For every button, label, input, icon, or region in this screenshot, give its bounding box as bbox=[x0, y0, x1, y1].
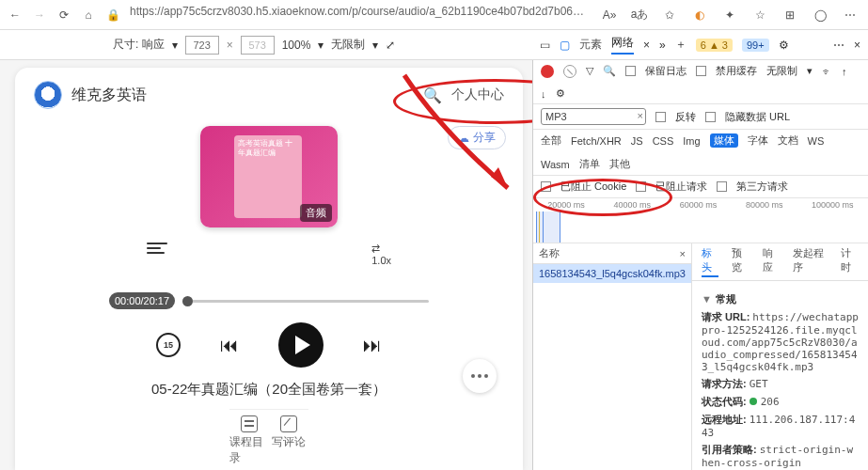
more-icon[interactable]: ⋯ bbox=[840, 5, 860, 25]
record-icon[interactable] bbox=[541, 65, 554, 78]
invert-checkbox[interactable] bbox=[655, 112, 666, 122]
rewind-15-button[interactable]: 15 bbox=[156, 333, 181, 357]
dtab-preview[interactable]: 预览 bbox=[732, 246, 750, 277]
translate-icon[interactable]: aあ bbox=[629, 5, 650, 25]
brand-name: 维克多英语 bbox=[71, 86, 147, 105]
tab-elements[interactable]: 元素 bbox=[579, 37, 602, 53]
reload-icon[interactable]: ⟳ bbox=[56, 8, 71, 23]
floating-more-button[interactable] bbox=[463, 359, 497, 393]
tab-close-icon[interactable]: × bbox=[643, 39, 650, 52]
size-label: 尺寸: 响应 bbox=[113, 37, 165, 53]
search-icon[interactable]: 🔍 bbox=[423, 86, 442, 104]
type-other[interactable]: 其他 bbox=[609, 157, 630, 171]
type-font[interactable]: 字体 bbox=[748, 133, 768, 148]
cover-title: 高考英语真题 十年真题汇编 bbox=[238, 139, 298, 158]
close-pane-icon[interactable]: × bbox=[680, 248, 686, 259]
type-manifest[interactable]: 清单 bbox=[579, 157, 600, 171]
preserve-log-checkbox[interactable] bbox=[625, 66, 636, 76]
dtab-headers[interactable]: 标头 bbox=[702, 246, 719, 277]
edit-icon bbox=[280, 415, 297, 432]
extensions-icon[interactable]: ✦ bbox=[719, 5, 740, 25]
dtab-response[interactable]: 响应 bbox=[763, 246, 781, 277]
url-bar[interactable]: https://app75c5crzv8030.h5.xiaoeknow.com… bbox=[130, 5, 590, 25]
course-cover[interactable]: 高考英语真题 十年真题汇编 音频 bbox=[200, 126, 338, 227]
blocked-req-checkbox[interactable] bbox=[636, 181, 646, 192]
type-fetch[interactable]: Fetch/XHR bbox=[571, 135, 622, 147]
shield-icon[interactable]: ◐ bbox=[689, 5, 710, 25]
lock-icon: 🔒 bbox=[105, 8, 120, 23]
favorites-bar-icon[interactable]: ☆ bbox=[750, 5, 770, 25]
dtab-timing[interactable]: 计时 bbox=[841, 246, 859, 277]
home-icon[interactable]: ⌂ bbox=[81, 8, 96, 23]
audio-badge: 音频 bbox=[300, 204, 332, 222]
progress-thumb[interactable] bbox=[182, 296, 193, 306]
zoom-label[interactable]: 100% bbox=[282, 39, 311, 52]
favorite-icon[interactable]: ✩ bbox=[659, 5, 680, 25]
dim-x: × bbox=[227, 39, 233, 52]
close-devtools-icon[interactable]: × bbox=[854, 39, 860, 52]
info-pill[interactable]: 99+ bbox=[742, 39, 769, 52]
request-row[interactable]: 1658134543_l5q4gcsk04fk.mp3 bbox=[533, 264, 691, 283]
throttle-select[interactable]: 无限制 bbox=[766, 64, 797, 78]
comment-tab[interactable]: 写评论 bbox=[269, 410, 308, 470]
catalog-tab[interactable]: 课程目录 bbox=[229, 410, 269, 470]
third-party-checkbox[interactable] bbox=[717, 181, 727, 192]
inspect-icon[interactable]: ▭ bbox=[540, 39, 550, 52]
profile-icon[interactable]: ◯ bbox=[810, 5, 830, 25]
add-tab-icon[interactable]: ＋ bbox=[675, 37, 687, 53]
filter-input[interactable] bbox=[541, 108, 646, 125]
device-icon[interactable]: ▢ bbox=[560, 39, 570, 52]
name-column-header[interactable]: 名称 bbox=[539, 246, 560, 260]
wifi-icon[interactable]: ᯤ bbox=[822, 66, 832, 77]
upload-icon[interactable]: ↑ bbox=[842, 66, 847, 77]
type-filter-row: 全部 Fetch/XHR JS CSS Img 媒体 字体 文档 WS Wasm… bbox=[533, 130, 868, 176]
collections-icon[interactable]: ⊞ bbox=[780, 5, 800, 25]
more-tabs-icon[interactable]: » bbox=[659, 39, 666, 52]
progress-track[interactable] bbox=[182, 300, 429, 303]
width-input[interactable] bbox=[185, 36, 219, 55]
type-wasm[interactable]: Wasm bbox=[541, 159, 570, 170]
track-title: 05-22年真题汇编（20全国卷第一套） bbox=[151, 381, 387, 399]
forward-icon: → bbox=[32, 8, 47, 23]
gear-icon[interactable]: ⚙ bbox=[779, 39, 789, 52]
timeline[interactable]: 20000 ms40000 ms60000 ms80000 ms100000 m… bbox=[533, 198, 868, 243]
share-button[interactable]: ☁ 分享 bbox=[448, 126, 506, 149]
next-button[interactable]: ⏭ bbox=[363, 335, 382, 356]
dtab-initiator[interactable]: 发起程序 bbox=[793, 246, 828, 277]
profile-link[interactable]: 个人中心 bbox=[451, 86, 504, 103]
playlist-icon[interactable] bbox=[147, 243, 167, 266]
type-img[interactable]: Img bbox=[683, 135, 700, 147]
disable-cache-checkbox[interactable] bbox=[696, 66, 706, 76]
list-icon bbox=[241, 415, 258, 432]
type-css[interactable]: CSS bbox=[653, 135, 674, 147]
time-display: 00:00/20:17 bbox=[109, 292, 175, 309]
clear-icon[interactable] bbox=[563, 65, 576, 78]
prev-button[interactable]: ⏮ bbox=[220, 335, 239, 356]
filter-toggle-icon[interactable]: ▽ bbox=[586, 65, 593, 77]
hide-data-checkbox[interactable] bbox=[705, 112, 716, 122]
gear-icon[interactable]: ⚙ bbox=[556, 87, 565, 100]
overflow-icon[interactable]: ⋯ bbox=[833, 39, 844, 52]
rotate-icon[interactable]: ⤢ bbox=[386, 39, 395, 52]
speed-button[interactable]: ⇄1.0x bbox=[371, 243, 391, 266]
height-input[interactable] bbox=[241, 36, 275, 55]
tab-network[interactable]: 网络 bbox=[611, 35, 634, 55]
type-ws[interactable]: WS bbox=[808, 135, 825, 147]
chevron-down-icon[interactable]: ▾ bbox=[172, 39, 178, 52]
play-button[interactable] bbox=[278, 322, 324, 368]
clear-filter-icon[interactable]: × bbox=[638, 110, 643, 121]
cloud-icon: ☁ bbox=[458, 132, 469, 145]
back-icon[interactable]: ← bbox=[8, 8, 23, 23]
brand-logo bbox=[34, 81, 62, 109]
type-all[interactable]: 全部 bbox=[541, 133, 561, 148]
type-doc[interactable]: 文档 bbox=[778, 133, 798, 148]
status-dot bbox=[750, 398, 757, 405]
download-icon[interactable]: ↓ bbox=[541, 88, 546, 100]
search-icon[interactable]: 🔍 bbox=[603, 65, 616, 77]
type-js[interactable]: JS bbox=[631, 135, 643, 147]
blocked-cookie-checkbox[interactable] bbox=[541, 181, 551, 192]
type-media[interactable]: 媒体 bbox=[710, 133, 738, 148]
throttle-label[interactable]: 无限制 bbox=[331, 37, 365, 53]
warn-pill[interactable]: 6 ▲ 3 bbox=[696, 39, 733, 52]
reader-icon[interactable]: A» bbox=[599, 5, 620, 25]
